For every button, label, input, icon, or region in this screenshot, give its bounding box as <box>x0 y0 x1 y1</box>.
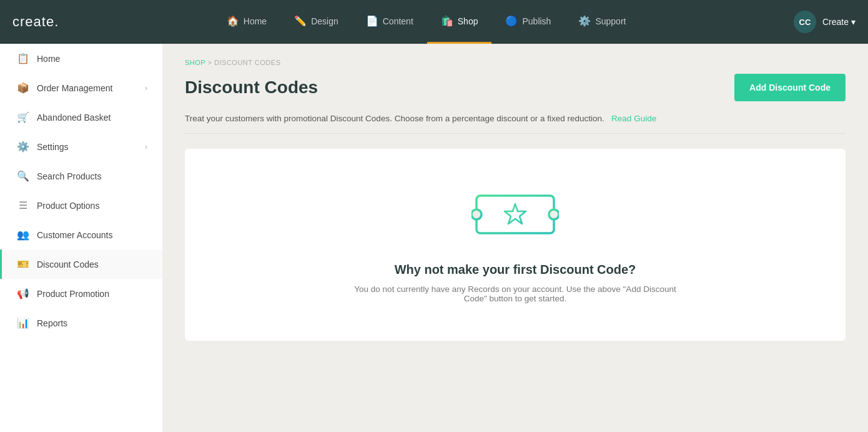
page-title: Discount Codes <box>185 78 318 98</box>
logo[interactable]: create. <box>12 14 59 30</box>
content-icon: 📄 <box>366 15 378 27</box>
home-icon: 🏠 <box>227 15 239 27</box>
sidebar-label-settings: Settings <box>37 142 69 152</box>
order-management-sidebar-icon: 📦 <box>17 82 29 94</box>
empty-state-card: Why not make your first Discount Code? Y… <box>185 149 846 341</box>
sidebar-item-settings[interactable]: ⚙️ Settings › <box>0 132 162 161</box>
sidebar-label-abandoned-basket: Abandoned Basket <box>37 113 111 123</box>
breadcrumb-separator: > <box>208 59 215 66</box>
abandoned-basket-sidebar-icon: 🛒 <box>17 111 29 123</box>
info-text: Treat your customers with promotional Di… <box>185 114 604 123</box>
sidebar-item-home[interactable]: 📋 Home <box>0 44 162 73</box>
nav-label-publish: Publish <box>522 16 551 26</box>
add-discount-code-button[interactable]: Add Discount Code <box>734 74 846 101</box>
sidebar-label-customer-accounts: Customer Accounts <box>37 230 112 240</box>
nav-label-home: Home <box>244 16 267 26</box>
search-products-sidebar-icon: 🔍 <box>17 170 29 182</box>
nav-item-content[interactable]: 📄Content <box>352 0 427 44</box>
sidebar-item-product-options[interactable]: ☰ Product Options <box>0 191 162 220</box>
ticket-icon <box>471 186 559 245</box>
main-content: SHOP > DISCOUNT CODES Discount Codes Add… <box>162 44 868 432</box>
sidebar-label-order-management: Order Management <box>37 83 112 93</box>
sidebar-label-discount-codes: Discount Codes <box>37 259 99 269</box>
sidebar-item-discount-codes[interactable]: 🎫 Discount Codes <box>0 249 162 279</box>
nav-label-content: Content <box>383 16 413 26</box>
product-promotion-sidebar-icon: 📢 <box>17 288 29 299</box>
avatar[interactable]: CC <box>794 11 816 33</box>
publish-icon: 🔵 <box>505 15 518 27</box>
sidebar-label-product-options: Product Options <box>37 201 99 211</box>
sidebar: 📋 Home 📦 Order Management › 🛒 Abandoned … <box>0 44 162 432</box>
support-icon: ⚙️ <box>578 15 591 27</box>
empty-state-title: Why not make your first Discount Code? <box>395 263 636 277</box>
settings-sidebar-icon: ⚙️ <box>17 141 29 153</box>
sidebar-label-search-products: Search Products <box>37 171 102 181</box>
nav-item-design[interactable]: ✏️Design <box>280 0 352 44</box>
create-dropdown[interactable]: Create ▾ <box>822 17 856 27</box>
nav-item-publish[interactable]: 🔵Publish <box>491 0 565 44</box>
sidebar-item-search-products[interactable]: 🔍 Search Products <box>0 161 162 191</box>
chevron-icon: › <box>145 143 147 151</box>
svg-marker-7 <box>505 204 526 224</box>
reports-sidebar-icon: 📊 <box>17 317 29 329</box>
breadcrumb-parent[interactable]: SHOP <box>185 59 205 66</box>
home-sidebar-icon: 📋 <box>17 53 29 64</box>
sidebar-label-home: Home <box>37 54 60 64</box>
nav-item-support[interactable]: ⚙️Support <box>565 0 639 44</box>
nav-label-shop: Shop <box>458 16 478 26</box>
sidebar-item-order-management[interactable]: 📦 Order Management › <box>0 73 162 103</box>
empty-state-description: You do not currently have any Records on… <box>347 284 684 303</box>
chevron-icon: › <box>145 84 147 93</box>
sidebar-item-reports[interactable]: 📊 Reports <box>0 308 162 338</box>
breadcrumb: SHOP > DISCOUNT CODES <box>185 59 846 66</box>
customer-accounts-sidebar-icon: 👥 <box>17 229 29 241</box>
breadcrumb-current: DISCOUNT CODES <box>214 59 280 66</box>
sidebar-item-product-promotion[interactable]: 📢 Product Promotion <box>0 279 162 308</box>
design-icon: ✏️ <box>294 15 307 27</box>
discount-codes-sidebar-icon: 🎫 <box>17 258 29 270</box>
nav-item-home[interactable]: 🏠Home <box>213 0 280 44</box>
nav-item-shop[interactable]: 🛍️Shop <box>427 0 492 44</box>
sidebar-label-product-promotion: Product Promotion <box>37 289 109 299</box>
sidebar-item-customer-accounts[interactable]: 👥 Customer Accounts <box>0 220 162 249</box>
nav-label-support: Support <box>595 16 626 26</box>
read-guide-link[interactable]: Read Guide <box>611 114 656 123</box>
product-options-sidebar-icon: ☰ <box>17 199 29 211</box>
shop-icon: 🛍️ <box>441 15 453 27</box>
nav-label-design: Design <box>311 16 338 26</box>
sidebar-label-reports: Reports <box>37 318 67 328</box>
topnav: create. 🏠Home✏️Design📄Content🛍️Shop🔵Publ… <box>0 0 868 44</box>
sidebar-item-abandoned-basket[interactable]: 🛒 Abandoned Basket <box>0 103 162 132</box>
